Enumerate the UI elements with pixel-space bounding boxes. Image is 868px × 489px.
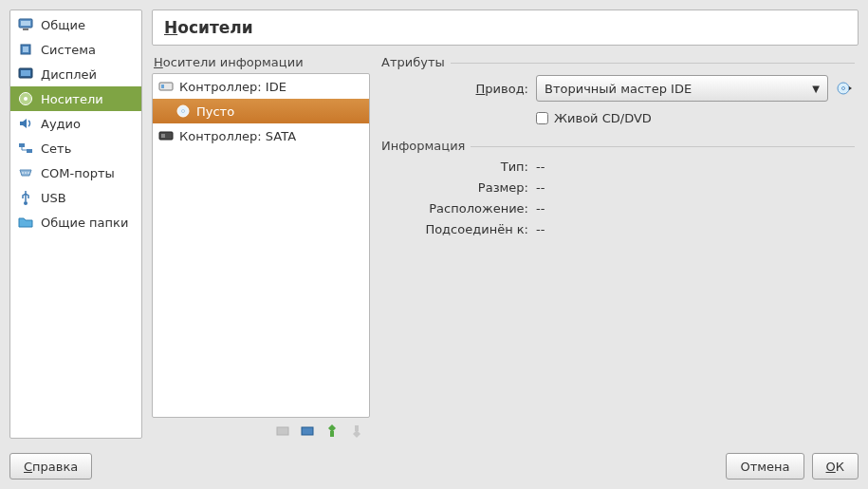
info-label-attached: Подсоединён к: (381, 222, 536, 236)
remove-attachment-icon[interactable] (349, 423, 364, 439)
svg-point-11 (22, 172, 24, 174)
sidebar-item-label: Общие (41, 18, 85, 32)
ok-button[interactable]: ОК (812, 453, 859, 480)
svg-rect-16 (161, 85, 164, 88)
info-label-location: Расположение: (381, 201, 536, 216)
svg-rect-20 (161, 134, 165, 138)
live-cd-checkbox[interactable] (536, 112, 548, 124)
svg-point-14 (24, 201, 28, 205)
add-attachment-icon[interactable] (324, 423, 340, 439)
sidebar-item-audio[interactable]: Аудио (10, 111, 141, 136)
svg-point-26 (842, 87, 845, 90)
page-title: Носители (152, 9, 859, 46)
help-button[interactable]: Справка (9, 453, 92, 480)
sidebar-item-display[interactable]: Дисплей (10, 62, 141, 86)
tree-item-label: Контроллер: IDE (179, 80, 286, 94)
svg-rect-6 (21, 70, 30, 76)
sidebar-item-serial[interactable]: COM-порты (10, 160, 141, 185)
speaker-icon (18, 116, 33, 131)
sidebar-item-label: Общие папки (41, 216, 128, 230)
svg-rect-4 (23, 47, 28, 52)
sidebar-item-label: Носители (41, 92, 103, 106)
disc-icon (18, 91, 33, 106)
info-value-location: -- (536, 201, 545, 216)
sidebar-item-usb[interactable]: USB (10, 185, 141, 210)
tree-item-controller-sata[interactable]: Контроллер: SATA (153, 123, 369, 148)
drive-label: Привод: (381, 82, 536, 96)
monitor-icon (18, 17, 33, 32)
add-controller-disabled-icon (275, 423, 290, 439)
network-icon (18, 141, 33, 156)
info-label-size: Размер: (381, 180, 536, 195)
svg-rect-1 (21, 21, 30, 26)
live-cd-label[interactable]: Живой CD/DVD (554, 111, 652, 125)
display-icon (18, 66, 33, 82)
tree-item-label: Пусто (196, 104, 234, 119)
svg-point-18 (182, 110, 185, 113)
ide-controller-icon (158, 79, 174, 94)
information-group-title: Информация (381, 139, 855, 153)
sidebar-item-storage[interactable]: Носители (10, 86, 141, 111)
svg-point-12 (25, 172, 27, 174)
chip-icon (18, 42, 33, 57)
serial-icon (18, 165, 33, 180)
attributes-group-title: Атрибуты (381, 55, 855, 69)
chevron-down-icon: ▼ (812, 84, 820, 94)
svg-rect-23 (330, 431, 334, 437)
info-value-attached: -- (536, 222, 545, 236)
choose-disk-button[interactable] (834, 78, 855, 99)
tree-item-label: Контроллер: SATA (179, 129, 296, 143)
svg-rect-22 (302, 427, 313, 435)
drive-value: Вторичный мастер IDE (545, 82, 692, 96)
info-label-type: Тип: (381, 160, 536, 174)
svg-point-13 (28, 172, 29, 174)
settings-sidebar: Общие Система Дисплей Носители Аудио Сет… (9, 9, 142, 439)
folder-icon (18, 215, 33, 230)
sidebar-item-label: Аудио (41, 117, 81, 131)
sidebar-item-label: Сеть (41, 141, 71, 156)
add-controller-icon[interactable] (300, 423, 315, 439)
svg-point-8 (24, 97, 28, 101)
svg-rect-24 (355, 425, 359, 431)
sidebar-item-label: Дисплей (41, 67, 97, 82)
tree-item-empty-cd[interactable]: Пусто (153, 99, 369, 123)
svg-rect-21 (277, 427, 288, 435)
storage-tree[interactable]: Контроллер: IDE Пусто Контроллер: SATA (152, 73, 370, 418)
svg-rect-2 (23, 28, 28, 30)
drive-combobox[interactable]: Вторичный мастер IDE ▼ (536, 75, 828, 102)
sidebar-item-label: Система (41, 43, 96, 57)
usb-icon (18, 190, 33, 205)
sidebar-item-shared-folders[interactable]: Общие папки (10, 210, 141, 235)
svg-rect-9 (19, 143, 25, 147)
tree-item-controller-ide[interactable]: Контроллер: IDE (153, 74, 369, 99)
sidebar-item-network[interactable]: Сеть (10, 136, 141, 160)
storage-tree-toolbar (152, 418, 370, 439)
sidebar-item-system[interactable]: Система (10, 37, 141, 62)
sata-controller-icon (158, 128, 174, 143)
sidebar-item-label: COM-порты (41, 166, 115, 180)
sidebar-item-label: USB (41, 191, 66, 205)
info-value-type: -- (536, 160, 545, 174)
cancel-button[interactable]: Отмена (726, 453, 803, 480)
cd-icon (175, 103, 191, 119)
sidebar-item-general[interactable]: Общие (10, 12, 141, 37)
storage-tree-title: Носители информации (154, 55, 370, 69)
info-value-size: -- (536, 180, 545, 195)
